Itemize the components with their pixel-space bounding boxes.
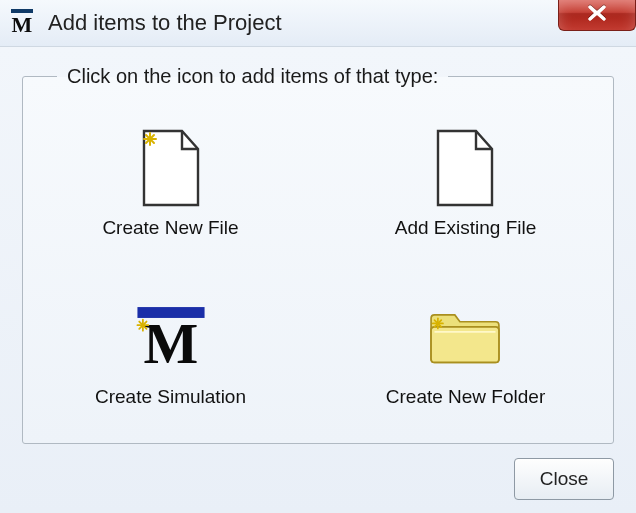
window-title: Add items to the Project bbox=[48, 10, 282, 36]
create-new-file-label: Create New File bbox=[102, 217, 238, 239]
group-legend: Click on the icon to add items of that t… bbox=[57, 65, 448, 88]
dialog-button-row: Close bbox=[22, 458, 614, 500]
items-grid: Create New File Add Existing File bbox=[43, 114, 593, 421]
svg-marker-5 bbox=[438, 131, 492, 205]
close-icon bbox=[582, 5, 612, 21]
add-existing-file-item[interactable]: Add Existing File bbox=[385, 121, 547, 245]
close-button[interactable]: Close bbox=[514, 458, 614, 500]
existing-file-icon bbox=[426, 127, 504, 209]
simulation-icon: M bbox=[132, 296, 210, 378]
window-close-button[interactable] bbox=[558, 0, 636, 31]
add-existing-file-label: Add Existing File bbox=[395, 217, 537, 239]
add-items-group: Click on the icon to add items of that t… bbox=[22, 65, 614, 444]
create-simulation-label: Create Simulation bbox=[95, 386, 246, 408]
client-area: Click on the icon to add items of that t… bbox=[0, 47, 636, 513]
new-file-icon bbox=[132, 127, 210, 209]
titlebar: M Add items to the Project bbox=[0, 0, 636, 47]
app-icon: M bbox=[10, 9, 34, 37]
create-simulation-item[interactable]: M Create Simulation bbox=[85, 290, 256, 414]
create-new-file-item[interactable]: Create New File bbox=[92, 121, 248, 245]
create-new-folder-label: Create New Folder bbox=[386, 386, 545, 408]
svg-text:M: M bbox=[143, 311, 198, 376]
close-button-label: Close bbox=[540, 468, 589, 490]
new-folder-icon bbox=[426, 296, 504, 378]
create-new-folder-item[interactable]: Create New Folder bbox=[376, 290, 555, 414]
